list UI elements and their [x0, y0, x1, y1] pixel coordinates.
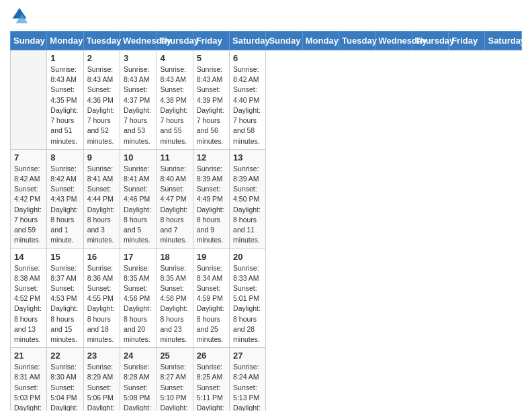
col-header-sunday: Sunday — [266, 32, 302, 50]
day-number: 26 — [197, 351, 226, 361]
calendar-cell: 17Sunrise: 8:35 AM Sunset: 4:56 PM Dayli… — [120, 248, 157, 348]
day-header-friday: Friday — [193, 32, 229, 50]
day-number: 25 — [160, 351, 189, 361]
day-info: Sunrise: 8:39 AM Sunset: 4:50 PM Dayligh… — [233, 164, 262, 246]
day-info: Sunrise: 8:38 AM Sunset: 4:52 PM Dayligh… — [14, 263, 43, 345]
col-header-monday: Monday — [302, 32, 339, 50]
day-number: 13 — [233, 152, 262, 163]
calendar-cell: 11Sunrise: 8:40 AM Sunset: 4:47 PM Dayli… — [157, 149, 193, 248]
logo-icon — [10, 7, 29, 26]
calendar-cell: 27Sunrise: 8:24 AM Sunset: 5:13 PM Dayli… — [230, 348, 266, 411]
day-info: Sunrise: 8:36 AM Sunset: 4:55 PM Dayligh… — [87, 263, 116, 345]
calendar-cell: 10Sunrise: 8:41 AM Sunset: 4:46 PM Dayli… — [120, 149, 157, 248]
day-number: 14 — [14, 252, 43, 262]
day-header-wednesday: Wednesday — [120, 32, 157, 50]
col-header-tuesday: Tuesday — [339, 32, 375, 50]
calendar-cell: 5Sunrise: 8:43 AM Sunset: 4:39 PM Daylig… — [193, 50, 229, 150]
svg-marker-0 — [13, 8, 27, 19]
calendar-cell: 14Sunrise: 8:38 AM Sunset: 4:52 PM Dayli… — [11, 248, 47, 348]
day-info: Sunrise: 8:29 AM Sunset: 5:06 PM Dayligh… — [87, 362, 116, 411]
calendar-table: SundayMondayTuesdayWednesdayThursdayFrid… — [10, 31, 522, 411]
day-number: 15 — [50, 252, 79, 262]
calendar-cell: 22Sunrise: 8:30 AM Sunset: 5:04 PM Dayli… — [47, 348, 83, 411]
day-number: 6 — [233, 53, 262, 63]
day-info: Sunrise: 8:41 AM Sunset: 4:44 PM Dayligh… — [87, 164, 116, 246]
day-info: Sunrise: 8:41 AM Sunset: 4:46 PM Dayligh… — [124, 164, 152, 246]
day-number: 9 — [87, 152, 116, 163]
day-number: 23 — [87, 351, 116, 361]
day-number: 1 — [50, 53, 79, 63]
calendar-week-2: 7Sunrise: 8:42 AM Sunset: 4:42 PM Daylig… — [11, 149, 522, 248]
day-number: 24 — [124, 351, 152, 361]
col-header-thursday: Thursday — [412, 32, 448, 50]
day-number: 16 — [87, 252, 116, 262]
col-header-wednesday: Wednesday — [375, 32, 412, 50]
calendar-cell: 1Sunrise: 8:43 AM Sunset: 4:35 PM Daylig… — [47, 50, 83, 150]
day-info: Sunrise: 8:43 AM Sunset: 4:35 PM Dayligh… — [50, 64, 79, 146]
col-header-friday: Friday — [449, 32, 485, 50]
day-number: 7 — [14, 152, 43, 163]
day-info: Sunrise: 8:42 AM Sunset: 4:40 PM Dayligh… — [233, 64, 262, 146]
day-info: Sunrise: 8:27 AM Sunset: 5:10 PM Dayligh… — [160, 362, 189, 411]
header-row: SundayMondayTuesdayWednesdayThursdayFrid… — [11, 32, 522, 50]
day-info: Sunrise: 8:31 AM Sunset: 5:03 PM Dayligh… — [14, 362, 43, 411]
day-header-sunday: Sunday — [11, 32, 47, 50]
calendar-cell: 25Sunrise: 8:27 AM Sunset: 5:10 PM Dayli… — [157, 348, 193, 411]
day-info: Sunrise: 8:43 AM Sunset: 4:36 PM Dayligh… — [87, 64, 116, 146]
calendar-cell: 24Sunrise: 8:28 AM Sunset: 5:08 PM Dayli… — [120, 348, 157, 411]
day-info: Sunrise: 8:39 AM Sunset: 4:49 PM Dayligh… — [197, 164, 226, 246]
calendar-cell: 9Sunrise: 8:41 AM Sunset: 4:44 PM Daylig… — [83, 149, 120, 248]
calendar-week-3: 14Sunrise: 8:38 AM Sunset: 4:52 PM Dayli… — [11, 248, 522, 348]
calendar-cell: 26Sunrise: 8:25 AM Sunset: 5:11 PM Dayli… — [193, 348, 229, 411]
day-number: 11 — [160, 152, 189, 163]
calendar-cell: 15Sunrise: 8:37 AM Sunset: 4:53 PM Dayli… — [47, 248, 83, 348]
day-number: 4 — [160, 53, 189, 63]
day-number: 3 — [124, 53, 152, 63]
calendar-cell: 18Sunrise: 8:35 AM Sunset: 4:58 PM Dayli… — [157, 248, 193, 348]
day-info: Sunrise: 8:42 AM Sunset: 4:42 PM Dayligh… — [14, 164, 43, 246]
day-number: 27 — [233, 351, 262, 361]
calendar-cell: 3Sunrise: 8:43 AM Sunset: 4:37 PM Daylig… — [120, 50, 157, 150]
day-info: Sunrise: 8:42 AM Sunset: 4:43 PM Dayligh… — [50, 164, 79, 246]
day-header-thursday: Thursday — [157, 32, 193, 50]
day-header-monday: Monday — [47, 32, 83, 50]
day-number: 20 — [233, 252, 262, 262]
calendar-cell: 7Sunrise: 8:42 AM Sunset: 4:42 PM Daylig… — [11, 149, 47, 248]
page-header — [10, 7, 522, 26]
calendar-week-4: 21Sunrise: 8:31 AM Sunset: 5:03 PM Dayli… — [11, 348, 522, 411]
calendar-cell: 12Sunrise: 8:39 AM Sunset: 4:49 PM Dayli… — [193, 149, 229, 248]
day-number: 21 — [14, 351, 43, 361]
day-info: Sunrise: 8:43 AM Sunset: 4:39 PM Dayligh… — [197, 64, 226, 146]
day-info: Sunrise: 8:43 AM Sunset: 4:38 PM Dayligh… — [160, 64, 189, 146]
calendar-cell: 2Sunrise: 8:43 AM Sunset: 4:36 PM Daylig… — [83, 50, 120, 150]
calendar-cell: 20Sunrise: 8:33 AM Sunset: 5:01 PM Dayli… — [230, 248, 266, 348]
calendar-cell: 4Sunrise: 8:43 AM Sunset: 4:38 PM Daylig… — [157, 50, 193, 150]
day-number: 18 — [160, 252, 189, 262]
day-number: 19 — [197, 252, 226, 262]
calendar-cell: 21Sunrise: 8:31 AM Sunset: 5:03 PM Dayli… — [11, 348, 47, 411]
day-header-tuesday: Tuesday — [83, 32, 120, 50]
day-info: Sunrise: 8:24 AM Sunset: 5:13 PM Dayligh… — [233, 362, 262, 411]
day-info: Sunrise: 8:40 AM Sunset: 4:47 PM Dayligh… — [160, 164, 189, 246]
day-info: Sunrise: 8:37 AM Sunset: 4:53 PM Dayligh… — [50, 263, 79, 345]
day-number: 10 — [124, 152, 152, 163]
day-info: Sunrise: 8:35 AM Sunset: 4:56 PM Dayligh… — [124, 263, 152, 345]
calendar-cell: 13Sunrise: 8:39 AM Sunset: 4:50 PM Dayli… — [230, 149, 266, 248]
day-number: 17 — [124, 252, 152, 262]
logo — [10, 7, 32, 26]
calendar-week-1: 1Sunrise: 8:43 AM Sunset: 4:35 PM Daylig… — [11, 50, 522, 150]
calendar-cell: 6Sunrise: 8:42 AM Sunset: 4:40 PM Daylig… — [230, 50, 266, 150]
col-header-saturday: Saturday — [485, 32, 522, 50]
calendar-cell: 16Sunrise: 8:36 AM Sunset: 4:55 PM Dayli… — [83, 248, 120, 348]
day-number: 5 — [197, 53, 226, 63]
day-info: Sunrise: 8:35 AM Sunset: 4:58 PM Dayligh… — [160, 263, 189, 345]
calendar-cell — [11, 50, 47, 150]
day-info: Sunrise: 8:28 AM Sunset: 5:08 PM Dayligh… — [124, 362, 152, 411]
day-number: 2 — [87, 53, 116, 63]
day-info: Sunrise: 8:34 AM Sunset: 4:59 PM Dayligh… — [197, 263, 226, 345]
day-info: Sunrise: 8:43 AM Sunset: 4:37 PM Dayligh… — [124, 64, 152, 146]
calendar-cell: 8Sunrise: 8:42 AM Sunset: 4:43 PM Daylig… — [47, 149, 83, 248]
day-number: 22 — [50, 351, 79, 361]
day-header-saturday: Saturday — [230, 32, 266, 50]
calendar-cell: 19Sunrise: 8:34 AM Sunset: 4:59 PM Dayli… — [193, 248, 229, 348]
